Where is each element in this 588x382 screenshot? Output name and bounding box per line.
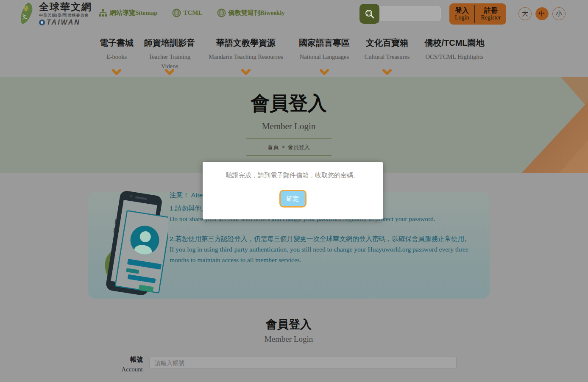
hero-title: 會員登入 bbox=[251, 91, 327, 116]
chevron-down-icon bbox=[320, 69, 329, 77]
link-tcml-label: TCML bbox=[184, 9, 203, 17]
login-label-zh: 登入 bbox=[455, 7, 469, 14]
hero-banner: 會員登入 Member Login 首頁 > 會員登入 bbox=[0, 77, 588, 173]
search-button[interactable] bbox=[359, 4, 379, 24]
nav-item-label-zh: 師資培訓影音 bbox=[142, 37, 197, 49]
account-input[interactable] bbox=[149, 357, 457, 369]
nav-item-label-en: E-books bbox=[100, 52, 134, 61]
roc-emblem-icon bbox=[39, 19, 45, 25]
search-icon bbox=[364, 8, 375, 19]
nav-item-teacher-training[interactable]: 師資培訓影音 Teacher Training Videos bbox=[142, 37, 197, 71]
account-label: 帳號 Account bbox=[93, 355, 143, 374]
login-button[interactable]: 登入 Login bbox=[449, 5, 474, 23]
divider bbox=[246, 138, 332, 139]
link-sitemap-label: 網站導覽Sitemap bbox=[110, 9, 158, 17]
link-sitemap[interactable]: 網站導覽Sitemap bbox=[99, 9, 158, 17]
link-biweekly[interactable]: 僑教雙週刊Biweekly bbox=[217, 8, 285, 17]
logo-text: 全球華文網 中華民國(臺灣)僑務委員會 TAIWAN bbox=[39, 2, 92, 26]
phone-illustration bbox=[95, 188, 168, 298]
breadcrumb-separator: > bbox=[281, 144, 285, 151]
page: 華 文 全球華文網 中華民國(臺灣)僑務委員會 TAIWAN bbox=[0, 0, 588, 382]
logo-subtitle: 中華民國(臺灣)僑務委員會 bbox=[39, 13, 92, 17]
nav-item-label-en: Mandarin Teaching Resources bbox=[209, 52, 283, 61]
nav-item-ocs-tcml[interactable]: 僑校/TCML園地 OCS/TCML Highlights bbox=[424, 37, 484, 61]
link-biweekly-label: 僑教雙週刊Biweekly bbox=[229, 9, 285, 17]
font-size-small-button[interactable]: 小 bbox=[552, 7, 566, 20]
top-links: 網站導覽Sitemap TCML 僑教雙週刊Biweekly bbox=[99, 8, 285, 17]
account-label-zh: 帳號 bbox=[93, 355, 143, 364]
nav-item-label-en: Teacher Training Videos bbox=[142, 52, 197, 71]
chevron-down-icon bbox=[241, 69, 251, 77]
notice-item2-en: If you log in using third-party authenti… bbox=[170, 244, 483, 265]
hero-decoration-shapes bbox=[479, 77, 588, 173]
login-label-en: Login bbox=[455, 14, 469, 21]
chevron-down-icon bbox=[382, 69, 392, 77]
link-tcml[interactable]: TCML bbox=[172, 8, 203, 17]
hero-subtitle: Member Login bbox=[262, 121, 316, 132]
nav-item-label-zh: 電子書城 bbox=[100, 37, 134, 49]
login-section-title: 會員登入 bbox=[266, 317, 312, 332]
globe-icon bbox=[172, 8, 181, 17]
breadcrumb-home-link[interactable]: 首頁 bbox=[268, 144, 279, 151]
nav-item-cultural-treasures[interactable]: 文化百寶箱 Cultural Treasures bbox=[365, 37, 410, 61]
nav-item-label-en: OCS/TCML Highlights bbox=[424, 52, 484, 61]
verification-dialog: 驗證完成，請到電子郵件信箱，收取您的密碼。 確定 bbox=[203, 162, 383, 219]
nav-item-label-zh: 國家語言專區 bbox=[299, 37, 350, 49]
logo-title: 全球華文網 bbox=[39, 2, 92, 12]
register-button[interactable]: 註冊 Register bbox=[474, 5, 506, 23]
breadcrumb-current: 會員登入 bbox=[288, 144, 310, 151]
chevron-down-icon bbox=[165, 69, 174, 77]
confirm-button[interactable]: 確定 bbox=[279, 190, 307, 208]
dialog-message: 驗證完成，請到電子郵件信箱，收取您的密碼。 bbox=[203, 162, 383, 180]
nav-item-mandarin-resources[interactable]: 華語文教學資源 Mandarin Teaching Resources bbox=[209, 37, 283, 61]
logo-country-name: TAIWAN bbox=[47, 19, 81, 26]
font-size-medium-button[interactable]: 中 bbox=[535, 7, 549, 20]
nav-item-label-zh: 文化百寶箱 bbox=[365, 37, 410, 49]
site-logo[interactable]: 華 文 全球華文網 中華民國(臺灣)僑務委員會 TAIWAN bbox=[16, 2, 92, 26]
nav-item-national-languages[interactable]: 國家語言專區 National Languages bbox=[299, 37, 350, 61]
globe-icon bbox=[217, 8, 226, 17]
login-section-subtitle: Member Login bbox=[265, 335, 313, 344]
nav-item-label-en: National Languages bbox=[299, 52, 350, 61]
nav-item-label-zh: 華語文教學資源 bbox=[209, 37, 283, 49]
divider bbox=[246, 155, 332, 156]
top-bar: 華 文 全球華文網 中華民國(臺灣)僑務委員會 TAIWAN bbox=[0, 0, 588, 77]
nav-item-label-zh: 僑校/TCML園地 bbox=[424, 37, 484, 49]
nav-item-label-en: Cultural Treasures bbox=[365, 52, 410, 61]
notice-item2-zh: 2.若您使用第三方認證登入，仍需每三個月變更一次全球華文網的登入密碼，以確保會員… bbox=[170, 233, 483, 244]
auth-buttons: 登入 Login 註冊 Register bbox=[449, 3, 506, 25]
register-label-en: Register bbox=[481, 14, 501, 21]
account-label-en: Account bbox=[93, 364, 143, 374]
chevron-down-icon bbox=[112, 69, 121, 77]
sitemap-icon bbox=[99, 9, 107, 17]
font-size-large-button[interactable]: 大 bbox=[518, 7, 532, 20]
logo-country: TAIWAN bbox=[39, 19, 92, 26]
register-label-zh: 註冊 bbox=[481, 7, 501, 14]
font-size-controls: 大 中 小 bbox=[518, 7, 566, 20]
nav-item-ebooks[interactable]: 電子書城 E-books bbox=[100, 37, 134, 61]
taiwan-island-icon: 華 文 bbox=[16, 2, 36, 26]
breadcrumb: 首頁 > 會員登入 bbox=[268, 144, 310, 151]
